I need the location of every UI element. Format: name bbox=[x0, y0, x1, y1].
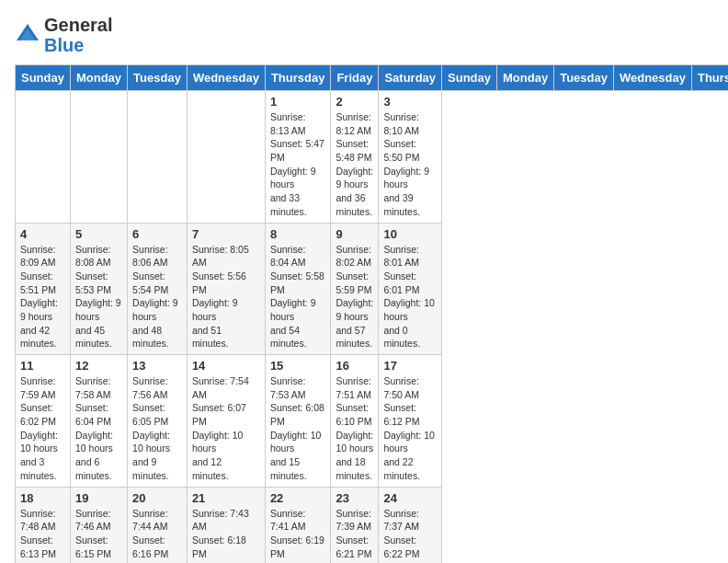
col-header-friday: Friday bbox=[331, 65, 379, 91]
col-header-thursday: Thursday bbox=[265, 65, 331, 91]
calendar-cell: 13Sunrise: 7:56 AM Sunset: 6:05 PM Dayli… bbox=[128, 355, 188, 488]
day-number: 20 bbox=[132, 491, 182, 505]
day-number: 5 bbox=[75, 227, 122, 241]
col-header-sunday: Sunday bbox=[442, 65, 497, 91]
day-number: 9 bbox=[336, 227, 373, 241]
calendar-cell: 15Sunrise: 7:53 AM Sunset: 6:08 PM Dayli… bbox=[265, 355, 331, 488]
day-info: Sunrise: 8:09 AM Sunset: 5:51 PM Dayligh… bbox=[20, 243, 65, 351]
day-number: 10 bbox=[383, 227, 437, 241]
calendar-cell: 22Sunrise: 7:41 AM Sunset: 6:19 PM Dayli… bbox=[265, 487, 331, 563]
day-info: Sunrise: 7:44 AM Sunset: 6:16 PM Dayligh… bbox=[132, 507, 182, 564]
day-info: Sunrise: 8:04 AM Sunset: 5:58 PM Dayligh… bbox=[270, 243, 326, 351]
day-number: 11 bbox=[20, 359, 65, 373]
day-number: 17 bbox=[383, 359, 437, 373]
day-number: 12 bbox=[75, 359, 122, 373]
day-info: Sunrise: 8:02 AM Sunset: 5:59 PM Dayligh… bbox=[336, 243, 373, 351]
col-header-tuesday: Tuesday bbox=[128, 65, 188, 91]
day-info: Sunrise: 7:58 AM Sunset: 6:04 PM Dayligh… bbox=[75, 374, 122, 483]
day-info: Sunrise: 8:08 AM Sunset: 5:53 PM Dayligh… bbox=[75, 243, 122, 351]
col-header-monday: Monday bbox=[70, 65, 127, 91]
day-info: Sunrise: 7:51 AM Sunset: 6:10 PM Dayligh… bbox=[336, 374, 373, 483]
day-info: Sunrise: 8:12 AM Sunset: 5:48 PM Dayligh… bbox=[336, 110, 373, 219]
day-info: Sunrise: 8:06 AM Sunset: 5:54 PM Dayligh… bbox=[132, 243, 182, 351]
col-header-saturday: Saturday bbox=[379, 65, 442, 91]
day-info: Sunrise: 7:59 AM Sunset: 6:02 PM Dayligh… bbox=[20, 374, 65, 483]
day-number: 19 bbox=[75, 491, 122, 505]
calendar-cell: 8Sunrise: 8:04 AM Sunset: 5:58 PM Daylig… bbox=[265, 223, 331, 355]
day-info: Sunrise: 7:43 AM Sunset: 6:18 PM Dayligh… bbox=[192, 507, 260, 564]
day-number: 6 bbox=[132, 227, 182, 241]
calendar-cell: 7Sunrise: 8:05 AM Sunset: 5:56 PM Daylig… bbox=[187, 223, 265, 355]
day-number: 4 bbox=[20, 227, 65, 241]
calendar-header-row: SundayMondayTuesdayWednesdayThursdayFrid… bbox=[16, 65, 729, 91]
calendar-week-row: 11Sunrise: 7:59 AM Sunset: 6:02 PM Dayli… bbox=[16, 355, 729, 488]
day-number: 24 bbox=[383, 491, 437, 505]
day-number: 2 bbox=[336, 95, 373, 109]
calendar-cell: 18Sunrise: 7:48 AM Sunset: 6:13 PM Dayli… bbox=[16, 487, 71, 563]
day-info: Sunrise: 8:10 AM Sunset: 5:50 PM Dayligh… bbox=[383, 110, 437, 219]
calendar-cell: 16Sunrise: 7:51 AM Sunset: 6:10 PM Dayli… bbox=[331, 355, 379, 488]
calendar-week-row: 4Sunrise: 8:09 AM Sunset: 5:51 PM Daylig… bbox=[16, 223, 729, 355]
day-number: 18 bbox=[20, 491, 65, 505]
calendar-cell bbox=[16, 91, 71, 224]
day-info: Sunrise: 8:13 AM Sunset: 5:47 PM Dayligh… bbox=[270, 110, 326, 219]
calendar-cell: 6Sunrise: 8:06 AM Sunset: 5:54 PM Daylig… bbox=[128, 223, 188, 355]
col-header-thursday: Thursday bbox=[691, 65, 728, 91]
calendar-week-row: 1Sunrise: 8:13 AM Sunset: 5:47 PM Daylig… bbox=[16, 91, 729, 224]
calendar-cell: 1Sunrise: 8:13 AM Sunset: 5:47 PM Daylig… bbox=[265, 91, 331, 224]
calendar-cell: 21Sunrise: 7:43 AM Sunset: 6:18 PM Dayli… bbox=[187, 487, 265, 563]
page-header: General Blue bbox=[15, 15, 713, 55]
calendar-cell: 4Sunrise: 8:09 AM Sunset: 5:51 PM Daylig… bbox=[16, 223, 71, 355]
logo: General Blue bbox=[15, 15, 112, 55]
col-header-wednesday: Wednesday bbox=[187, 65, 265, 91]
logo-text: General Blue bbox=[44, 15, 112, 55]
calendar-cell: 2Sunrise: 8:12 AM Sunset: 5:48 PM Daylig… bbox=[331, 91, 379, 224]
day-number: 22 bbox=[270, 491, 326, 505]
day-number: 13 bbox=[132, 359, 182, 373]
day-info: Sunrise: 7:46 AM Sunset: 6:15 PM Dayligh… bbox=[75, 507, 122, 564]
calendar-cell: 3Sunrise: 8:10 AM Sunset: 5:50 PM Daylig… bbox=[379, 91, 442, 224]
day-info: Sunrise: 7:54 AM Sunset: 6:07 PM Dayligh… bbox=[192, 374, 260, 483]
calendar-cell: 5Sunrise: 8:08 AM Sunset: 5:53 PM Daylig… bbox=[70, 223, 127, 355]
col-header-tuesday: Tuesday bbox=[554, 65, 614, 91]
day-info: Sunrise: 8:01 AM Sunset: 6:01 PM Dayligh… bbox=[383, 243, 437, 351]
day-number: 23 bbox=[336, 491, 373, 505]
day-info: Sunrise: 7:53 AM Sunset: 6:08 PM Dayligh… bbox=[270, 374, 326, 483]
day-number: 3 bbox=[383, 95, 437, 109]
calendar-week-row: 18Sunrise: 7:48 AM Sunset: 6:13 PM Dayli… bbox=[16, 487, 729, 563]
day-number: 16 bbox=[336, 359, 373, 373]
calendar-cell bbox=[70, 91, 127, 224]
day-info: Sunrise: 7:39 AM Sunset: 6:21 PM Dayligh… bbox=[336, 507, 373, 564]
calendar-cell: 9Sunrise: 8:02 AM Sunset: 5:59 PM Daylig… bbox=[331, 223, 379, 355]
calendar-cell: 23Sunrise: 7:39 AM Sunset: 6:21 PM Dayli… bbox=[331, 487, 379, 563]
calendar-cell bbox=[187, 91, 265, 224]
calendar-table: SundayMondayTuesdayWednesdayThursdayFrid… bbox=[15, 64, 728, 563]
col-header-monday: Monday bbox=[497, 65, 554, 91]
day-number: 15 bbox=[270, 359, 326, 373]
day-info: Sunrise: 7:37 AM Sunset: 6:22 PM Dayligh… bbox=[383, 507, 437, 564]
day-number: 7 bbox=[192, 227, 260, 241]
day-number: 21 bbox=[192, 491, 260, 505]
calendar-cell: 20Sunrise: 7:44 AM Sunset: 6:16 PM Dayli… bbox=[128, 487, 188, 563]
col-header-wednesday: Wednesday bbox=[613, 65, 691, 91]
day-number: 8 bbox=[270, 227, 326, 241]
calendar-cell bbox=[128, 91, 188, 224]
calendar-cell: 19Sunrise: 7:46 AM Sunset: 6:15 PM Dayli… bbox=[70, 487, 127, 563]
calendar-cell: 24Sunrise: 7:37 AM Sunset: 6:22 PM Dayli… bbox=[379, 487, 442, 563]
day-number: 14 bbox=[192, 359, 260, 373]
day-number: 1 bbox=[270, 95, 326, 109]
calendar-cell: 17Sunrise: 7:50 AM Sunset: 6:12 PM Dayli… bbox=[379, 355, 442, 488]
day-info: Sunrise: 7:56 AM Sunset: 6:05 PM Dayligh… bbox=[132, 374, 182, 483]
calendar-cell: 14Sunrise: 7:54 AM Sunset: 6:07 PM Dayli… bbox=[187, 355, 265, 488]
day-info: Sunrise: 8:05 AM Sunset: 5:56 PM Dayligh… bbox=[192, 243, 260, 351]
day-info: Sunrise: 7:50 AM Sunset: 6:12 PM Dayligh… bbox=[383, 374, 437, 483]
col-header-sunday: Sunday bbox=[16, 65, 71, 91]
day-info: Sunrise: 7:41 AM Sunset: 6:19 PM Dayligh… bbox=[270, 507, 326, 564]
calendar-cell: 10Sunrise: 8:01 AM Sunset: 6:01 PM Dayli… bbox=[379, 223, 442, 355]
calendar-cell: 11Sunrise: 7:59 AM Sunset: 6:02 PM Dayli… bbox=[16, 355, 71, 488]
calendar-cell: 12Sunrise: 7:58 AM Sunset: 6:04 PM Dayli… bbox=[70, 355, 127, 488]
day-info: Sunrise: 7:48 AM Sunset: 6:13 PM Dayligh… bbox=[20, 507, 65, 564]
logo-icon bbox=[15, 22, 40, 48]
